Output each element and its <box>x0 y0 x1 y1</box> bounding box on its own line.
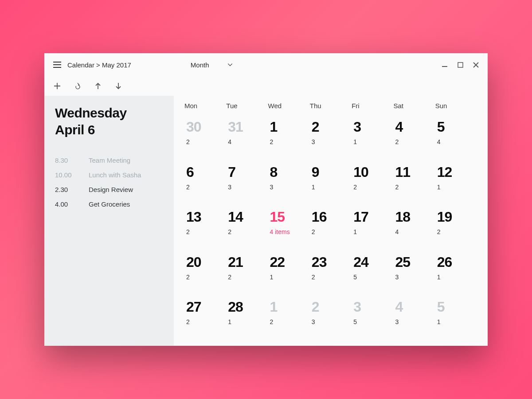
agenda-item[interactable]: 2.30Design Review <box>55 182 163 197</box>
day-cell[interactable]: 62 <box>184 160 226 206</box>
day-event-count: 2 <box>437 228 475 235</box>
day-cell[interactable]: 162 <box>310 205 352 250</box>
toolbar <box>44 76 488 96</box>
day-cell[interactable]: 12 <box>268 115 310 160</box>
breadcrumb-app: Calendar <box>67 61 94 69</box>
day-cell[interactable]: 31 <box>352 115 393 160</box>
day-number: 9 <box>312 165 350 179</box>
day-cell[interactable]: 91 <box>310 160 352 206</box>
day-cell[interactable]: 202 <box>184 250 226 296</box>
day-cell[interactable]: 184 <box>393 205 435 250</box>
day-cell[interactable]: 121 <box>435 160 477 206</box>
day-cell[interactable]: 35 <box>352 295 393 340</box>
day-cell[interactable]: 51 <box>435 295 477 340</box>
svg-rect-1 <box>458 63 463 67</box>
day-event-count: 4 <box>395 228 433 235</box>
day-number: 4 <box>395 120 433 134</box>
day-number: 10 <box>353 165 391 179</box>
day-event-count: 1 <box>270 274 308 281</box>
day-number: 1 <box>270 120 308 134</box>
day-event-count: 1 <box>353 138 391 145</box>
dow-label: Fri <box>352 102 393 110</box>
day-event-count: 4 <box>437 138 475 145</box>
dow-label: Wed <box>268 102 310 110</box>
view-selector[interactable]: Month <box>191 61 233 69</box>
agenda-list: 8.30Team Meeting10.00Lunch with Sasha2.3… <box>55 153 163 211</box>
day-cell[interactable]: 132 <box>184 205 226 250</box>
day-cell[interactable]: 83 <box>268 160 310 206</box>
day-event-count: 3 <box>395 318 433 325</box>
day-number: 20 <box>186 255 224 269</box>
day-cell[interactable]: 171 <box>352 205 393 250</box>
day-event-count: 2 <box>186 228 224 235</box>
hamburger-icon[interactable] <box>53 62 61 68</box>
chevron-down-icon <box>227 62 233 68</box>
day-cell[interactable]: 23 <box>310 115 352 160</box>
day-event-count: 2 <box>186 318 224 325</box>
agenda-title: Design Review <box>89 186 133 193</box>
day-event-count: 2 <box>186 184 224 191</box>
agenda-item[interactable]: 10.00Lunch with Sasha <box>55 168 163 182</box>
day-cell[interactable]: 42 <box>393 115 435 160</box>
day-cell[interactable]: 112 <box>393 160 435 206</box>
day-cell[interactable]: 261 <box>435 250 477 296</box>
maximize-button[interactable] <box>458 62 463 68</box>
day-cell[interactable]: 302 <box>184 115 226 160</box>
day-event-count: 5 <box>353 274 391 281</box>
day-cell[interactable]: 102 <box>352 160 393 206</box>
day-number: 22 <box>270 255 308 269</box>
day-cell[interactable]: 73 <box>226 160 268 206</box>
day-number: 14 <box>228 210 266 224</box>
day-cell[interactable]: 43 <box>393 295 435 340</box>
day-cell[interactable]: 212 <box>226 250 268 296</box>
day-number: 25 <box>395 255 433 269</box>
day-event-count: 2 <box>270 138 308 145</box>
day-event-count: 1 <box>312 184 350 191</box>
day-cell[interactable]: 142 <box>226 205 268 250</box>
day-event-count: 5 <box>353 318 391 325</box>
day-cell[interactable]: 314 <box>226 115 268 160</box>
agenda-item[interactable]: 8.30Team Meeting <box>55 153 163 168</box>
calendar-cells: 3023141223314254627383911021121211321421… <box>184 115 477 340</box>
day-number: 24 <box>353 255 391 269</box>
agenda-title: Get Groceries <box>89 200 130 208</box>
close-button[interactable] <box>473 62 479 68</box>
day-cell[interactable]: 253 <box>393 250 435 296</box>
selected-day-heading: Wednesday April 6 <box>55 105 163 138</box>
day-event-count: 2 <box>312 228 350 235</box>
day-number: 19 <box>437 210 475 224</box>
day-cell[interactable]: 192 <box>435 205 477 250</box>
day-cell[interactable]: 54 <box>435 115 477 160</box>
agenda-title: Lunch with Sasha <box>89 171 141 179</box>
day-number: 7 <box>228 165 266 179</box>
day-event-count: 2 <box>228 274 266 281</box>
day-cell[interactable]: 232 <box>310 250 352 296</box>
selected-day-weekday: Wednesday <box>55 106 127 120</box>
day-cell[interactable]: 272 <box>184 295 226 340</box>
day-number: 5 <box>437 300 475 314</box>
day-event-count: 1 <box>437 318 475 325</box>
agenda-item[interactable]: 4.00Get Groceries <box>55 197 163 211</box>
day-event-count: 2 <box>395 184 433 191</box>
day-number: 13 <box>186 210 224 224</box>
day-number: 30 <box>186 120 224 134</box>
prev-button[interactable] <box>94 82 102 90</box>
sync-button[interactable] <box>74 82 82 90</box>
next-button[interactable] <box>114 82 122 90</box>
dow-label: Thu <box>310 102 352 110</box>
day-cell[interactable]: 245 <box>352 250 393 296</box>
day-number: 31 <box>228 120 266 134</box>
day-cell[interactable]: 154 items <box>268 205 310 250</box>
day-event-count: 3 <box>312 138 350 145</box>
breadcrumb[interactable]: Calendar > May 2017 <box>67 61 131 69</box>
arrow-down-icon <box>115 82 122 90</box>
day-cell[interactable]: 12 <box>268 295 310 340</box>
dow-label: Sun <box>435 102 477 110</box>
dow-header: MonTueWedThuFriSatSun <box>184 96 477 115</box>
add-button[interactable] <box>53 82 61 90</box>
day-cell[interactable]: 221 <box>268 250 310 296</box>
day-cell[interactable]: 23 <box>310 295 352 340</box>
day-number: 16 <box>312 210 350 224</box>
minimize-button[interactable] <box>442 62 448 68</box>
day-cell[interactable]: 281 <box>226 295 268 340</box>
